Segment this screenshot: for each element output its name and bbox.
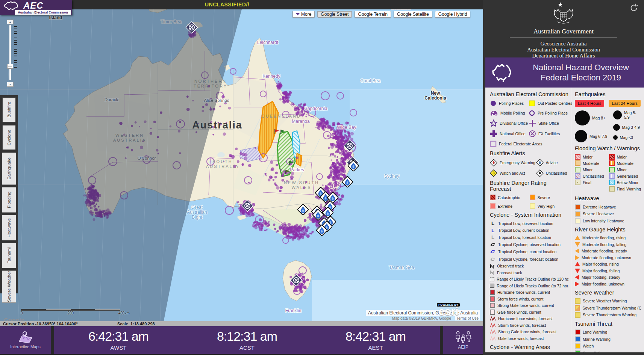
polling-place-dot[interactable] [322, 184, 324, 186]
polling-place-dot[interactable] [267, 222, 269, 224]
polling-place-dot[interactable] [316, 123, 319, 126]
polling-place-dot[interactable] [347, 156, 349, 159]
polling-place-dot[interactable] [295, 232, 298, 234]
earthquake-filter-button[interactable]: Last 24 Hours [609, 100, 640, 107]
polling-place-dot[interactable] [328, 183, 332, 186]
polling-place-dot[interactable] [242, 153, 245, 156]
polling-place-dot[interactable] [292, 103, 295, 106]
polling-place-dot[interactable] [338, 132, 341, 135]
polling-place-dot[interactable] [268, 178, 271, 181]
basemap-button-google-hybrid[interactable]: Google Hybrid [435, 11, 471, 18]
polling-place-dot[interactable] [279, 225, 282, 229]
sidebar-tab-severe-weather[interactable]: Severe Weather [2, 270, 16, 303]
polling-place-dot[interactable] [295, 227, 297, 230]
polling-place-dot[interactable] [347, 154, 349, 156]
polling-place-dot[interactable] [312, 231, 314, 233]
polling-place-dot[interactable] [337, 156, 338, 158]
zoom-handle[interactable] [7, 64, 13, 69]
sidebar-tab-cyclone[interactable]: Cyclone [2, 125, 16, 150]
polling-place-dot[interactable] [304, 233, 307, 236]
polling-place-dot[interactable] [279, 98, 282, 101]
polling-place-dot[interactable] [276, 164, 278, 166]
polling-place-dot[interactable] [335, 202, 338, 205]
polling-place-dot[interactable] [323, 123, 324, 125]
polling-place-dot[interactable] [253, 222, 255, 224]
sidebar-tab-heatwave[interactable]: Heatwave [2, 215, 16, 240]
polling-place-dot[interactable] [235, 148, 238, 150]
polling-place-dot[interactable] [265, 173, 267, 175]
polling-place-dot[interactable] [344, 134, 346, 136]
polling-place-dot[interactable] [343, 159, 345, 160]
earthquake-filter-button[interactable]: Last 4 Hours [575, 100, 604, 107]
polling-place-dot[interactable] [270, 176, 273, 178]
polling-place-dot[interactable] [340, 157, 342, 160]
polling-place-dot[interactable] [295, 290, 298, 292]
polling-place-dot[interactable] [289, 276, 292, 278]
polling-place-dot[interactable] [298, 104, 302, 107]
polling-place-dot[interactable] [349, 154, 351, 156]
polling-place-dot[interactable] [327, 184, 329, 186]
polling-place-dot[interactable] [237, 160, 239, 163]
polling-place-dot[interactable] [301, 236, 304, 239]
polling-place-dot[interactable] [280, 169, 282, 171]
polling-place-dot[interactable] [327, 135, 330, 137]
basemap-button-google-terrain[interactable]: Google Terrain [355, 11, 391, 18]
polling-place-dot[interactable] [330, 172, 333, 174]
polling-place-dot[interactable] [342, 153, 345, 156]
polling-place-dot[interactable] [274, 228, 276, 230]
polling-place-dot[interactable] [336, 150, 339, 153]
polling-place-dot[interactable] [332, 168, 333, 170]
polling-place-dot[interactable] [334, 132, 336, 134]
polling-place-dot[interactable] [278, 81, 279, 83]
polling-place-dot[interactable] [304, 219, 306, 222]
polling-place-dot[interactable] [276, 85, 279, 88]
polling-place-dot[interactable] [309, 213, 312, 216]
polling-place-dot[interactable] [320, 204, 323, 206]
polling-place-dot[interactable] [316, 225, 319, 228]
polling-place-dot[interactable] [338, 194, 340, 196]
interactive-maps-button[interactable]: Interactive Maps [0, 326, 51, 354]
polling-place-dot[interactable] [280, 83, 282, 86]
polling-place-dot[interactable] [330, 166, 332, 168]
polling-place-dot[interactable] [237, 201, 239, 203]
polling-place-dot[interactable] [327, 123, 329, 125]
polling-place-dot[interactable] [223, 133, 226, 136]
polling-place-dot[interactable] [315, 127, 317, 128]
polling-place-dot[interactable] [342, 137, 344, 138]
polling-place-dot[interactable] [247, 161, 249, 162]
polling-place-dot[interactable] [274, 176, 277, 178]
zoom-slider[interactable]: ▲ ▼ [7, 20, 14, 24]
polling-place-dot[interactable] [330, 159, 332, 161]
polling-place-dot[interactable] [244, 157, 247, 160]
esri-logo[interactable]: POWERED BY esri [437, 303, 460, 316]
polling-place-dot[interactable] [347, 132, 350, 135]
polling-place-dot[interactable] [315, 196, 318, 199]
polling-place-dot[interactable] [282, 231, 285, 234]
polling-place-dot[interactable] [332, 170, 335, 173]
polling-place-dot[interactable] [332, 137, 335, 139]
polling-place-dot[interactable] [328, 125, 332, 129]
polling-place-dot[interactable] [338, 202, 341, 205]
polling-place-dot[interactable] [271, 168, 274, 171]
zoom-in-button[interactable]: ▲ [7, 20, 14, 24]
polling-place-dot[interactable] [332, 143, 335, 147]
polling-place-dot[interactable] [337, 193, 338, 195]
zoom-track[interactable] [9, 25, 11, 80]
australia-map[interactable]: ChristmasIslandTimor SeaCoral SeaTasman … [0, 0, 483, 355]
polling-place-dot[interactable] [276, 83, 278, 85]
terms-of-use-link[interactable]: Terms of Use [455, 316, 480, 320]
polling-place-dot[interactable] [339, 143, 342, 146]
polling-place-dot[interactable] [240, 158, 241, 159]
polling-place-dot[interactable] [333, 176, 335, 178]
polling-place-dot[interactable] [273, 179, 274, 181]
sidebar-tab-bushfire[interactable]: Bushfire [2, 97, 16, 122]
polling-place-dot[interactable] [330, 186, 332, 188]
polling-place-dot[interactable] [273, 224, 275, 226]
polling-place-dot[interactable] [286, 100, 289, 103]
aeip-button[interactable]: AEIP [443, 326, 483, 354]
polling-place-dot[interactable] [338, 148, 340, 150]
polling-place-dot[interactable] [303, 104, 305, 106]
polling-place-dot[interactable] [306, 279, 309, 281]
polling-place-dot[interactable] [279, 82, 281, 83]
polling-place-dot[interactable] [282, 96, 285, 99]
